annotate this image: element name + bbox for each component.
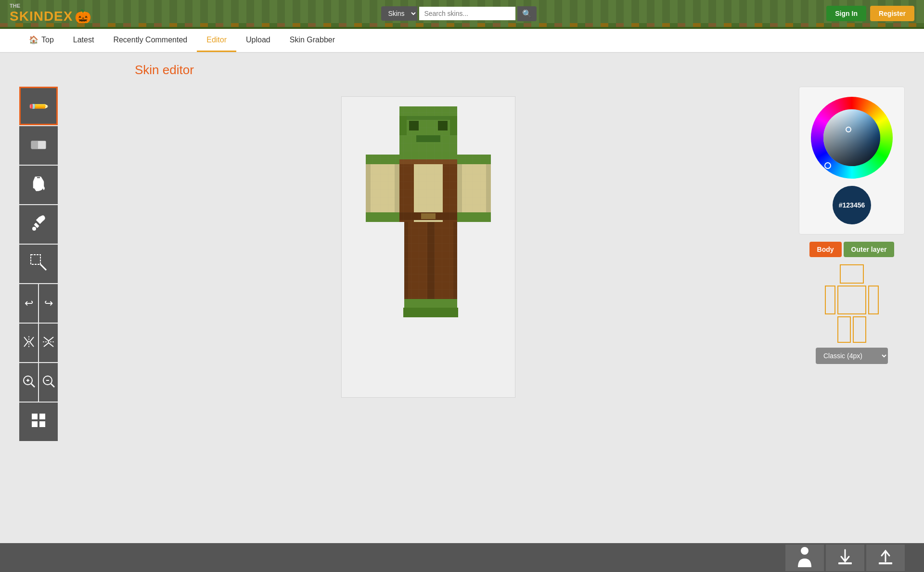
color-picker-inner[interactable] xyxy=(823,109,880,166)
svg-rect-22 xyxy=(409,121,419,130)
svg-rect-16 xyxy=(32,414,38,419)
svg-rect-35 xyxy=(399,155,457,222)
canvas-area[interactable] xyxy=(67,87,789,398)
svg-rect-58 xyxy=(403,308,432,317)
outer-layer-tab[interactable]: Outer layer xyxy=(844,242,895,257)
undo-redo-row: ↩ ↪ xyxy=(19,284,58,323)
color-picker-panel: #123456 xyxy=(799,87,905,234)
logo-prefix: THE xyxy=(10,3,91,9)
logo-pumpkin: 🎃 xyxy=(75,9,91,25)
undo-button[interactable]: ↩ xyxy=(19,284,38,323)
svg-rect-27 xyxy=(450,116,457,135)
search-button[interactable]: 🔍 xyxy=(517,6,537,21)
left-arm-part[interactable] xyxy=(825,286,835,314)
signin-button[interactable]: Sign In xyxy=(826,6,866,21)
torso-part[interactable] xyxy=(837,286,866,314)
svg-rect-6 xyxy=(31,255,40,264)
paint-bucket-icon xyxy=(30,175,47,195)
mirror-row xyxy=(19,324,58,362)
logo: THE SKINDEX 🎃 xyxy=(10,3,91,25)
svg-line-15 xyxy=(51,384,54,387)
right-arm-part[interactable] xyxy=(868,286,879,314)
svg-rect-57 xyxy=(431,299,457,309)
mirror-v-icon xyxy=(42,335,55,351)
color-selector-dot[interactable] xyxy=(846,127,851,132)
color-wheel-container[interactable] xyxy=(811,97,893,179)
zoom-out-button[interactable] xyxy=(39,363,58,402)
download-icon xyxy=(836,548,854,568)
hex-value: #123456 xyxy=(839,201,865,209)
search-category-select[interactable]: Skins xyxy=(381,6,417,21)
svg-rect-65 xyxy=(838,562,852,564)
svg-rect-21 xyxy=(399,106,457,155)
upload-icon xyxy=(877,548,894,568)
left-leg-part[interactable] xyxy=(837,316,851,343)
torso-row xyxy=(825,286,879,314)
color-swatch[interactable]: #123456 xyxy=(833,186,871,224)
mirror-v-button[interactable] xyxy=(39,324,58,362)
eyedropper-tool-button[interactable] xyxy=(19,205,58,244)
eraser-tool-button[interactable] xyxy=(19,126,58,165)
color-ring-dot[interactable] xyxy=(824,162,831,169)
svg-point-5 xyxy=(32,227,36,231)
redo-button[interactable]: ↪ xyxy=(39,284,58,323)
header-banner: THE SKINDEX 🎃 Skins 🔍 Sign In Register xyxy=(0,0,924,29)
eraser-icon xyxy=(30,137,47,154)
svg-rect-66 xyxy=(879,562,892,564)
nav-item-recently-commented[interactable]: Recently Commented xyxy=(103,29,197,52)
body-diagram xyxy=(825,264,879,343)
zoom-in-button[interactable] xyxy=(19,363,38,402)
part-tabs: Body Outer layer xyxy=(809,242,895,257)
zoom-in-icon xyxy=(22,375,36,390)
mirror-h-button[interactable] xyxy=(19,324,38,362)
svg-rect-25 xyxy=(407,116,450,120)
upload-button[interactable] xyxy=(866,545,905,571)
nav-item-editor[interactable]: Editor xyxy=(197,29,236,52)
svg-rect-19 xyxy=(39,421,45,427)
svg-rect-17 xyxy=(39,414,45,419)
svg-rect-56 xyxy=(404,299,431,309)
svg-rect-55 xyxy=(431,222,457,309)
skin-canvas-svg[interactable] xyxy=(342,97,515,395)
pencil-tool-button[interactable]: ✏️ xyxy=(19,87,58,125)
extra-tool-button[interactable] xyxy=(19,403,58,441)
svg-line-12 xyxy=(31,384,35,387)
head-part[interactable] xyxy=(840,264,864,284)
nav-bar: 🏠 Top Latest Recently Commented Editor U… xyxy=(0,29,924,53)
right-leg-part[interactable] xyxy=(853,316,866,343)
svg-rect-26 xyxy=(399,116,407,135)
nav-item-upload[interactable]: Upload xyxy=(236,29,280,52)
undo-icon: ↩ xyxy=(25,297,33,310)
svg-rect-3 xyxy=(33,182,44,188)
paint-bucket-tool-button[interactable] xyxy=(19,166,58,204)
svg-rect-59 xyxy=(429,308,458,317)
person-view-button[interactable] xyxy=(785,545,824,571)
zoom-out-icon xyxy=(42,375,55,390)
nav-item-top[interactable]: 🏠 Top xyxy=(19,29,64,52)
bottom-toolbar xyxy=(0,543,924,572)
skin-preview[interactable] xyxy=(341,96,515,398)
select-tool-button[interactable] xyxy=(19,245,58,283)
search-area: Skins 🔍 xyxy=(381,6,537,21)
legs-row xyxy=(837,316,866,343)
nav-item-skin-grabber[interactable]: Skin Grabber xyxy=(280,29,345,52)
person-icon xyxy=(796,546,813,570)
svg-rect-40 xyxy=(366,155,399,222)
svg-rect-2 xyxy=(38,141,46,149)
logo-name: SKINDEX xyxy=(10,9,73,24)
body-part-selector: Body Outer layer xyxy=(799,242,905,364)
logo-area: THE SKINDEX 🎃 xyxy=(10,3,91,25)
pencil-icon: ✏️ xyxy=(27,94,50,117)
title-area: Skin editor xyxy=(106,63,924,82)
svg-rect-1 xyxy=(31,141,38,149)
right-panel: #123456 Body Outer layer xyxy=(799,87,905,364)
register-button[interactable]: Register xyxy=(870,6,914,21)
redo-icon: ↪ xyxy=(44,297,53,310)
body-tab[interactable]: Body xyxy=(809,242,842,257)
home-icon: 🏠 xyxy=(29,35,38,44)
skin-model-select[interactable]: Classic (4px) Slim (3px) xyxy=(816,348,888,364)
nav-item-latest[interactable]: Latest xyxy=(64,29,104,52)
svg-rect-24 xyxy=(416,135,440,142)
download-button[interactable] xyxy=(826,545,864,571)
search-input[interactable] xyxy=(419,7,515,20)
